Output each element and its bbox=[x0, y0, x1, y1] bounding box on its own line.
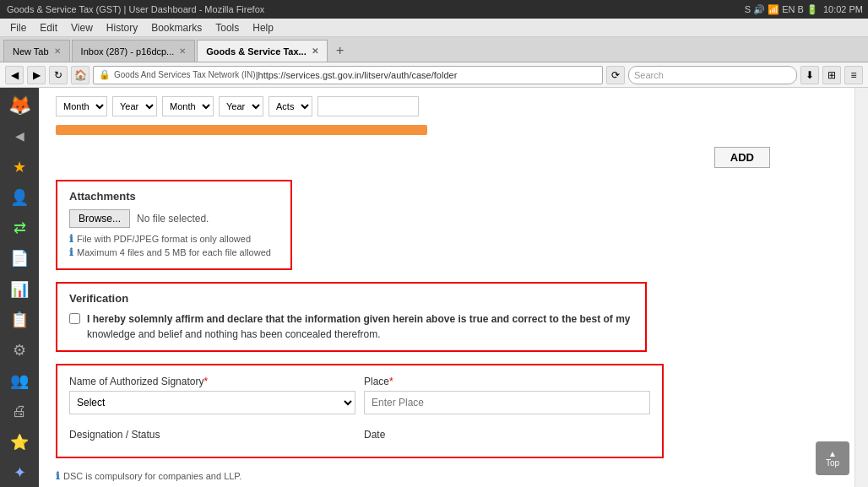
sidebar-table-icon[interactable]: 📊 bbox=[3, 274, 35, 303]
new-tab-button[interactable]: + bbox=[329, 40, 351, 62]
text-input-1[interactable] bbox=[317, 96, 419, 116]
attachments-section: Attachments Browse... No file selected. … bbox=[56, 180, 292, 270]
acts-select[interactable]: Acts bbox=[269, 96, 312, 116]
month2-select[interactable]: Month bbox=[162, 96, 214, 116]
tab-inbox[interactable]: Inbox (287) - p16dcp... ✕ bbox=[72, 40, 196, 62]
sidebar-firefox-icon[interactable]: 🦊 bbox=[3, 91, 35, 120]
signatory-name-select[interactable]: Select bbox=[69, 391, 355, 414]
search-placeholder: Search bbox=[634, 70, 664, 80]
menu-bookmarks[interactable]: Bookmarks bbox=[144, 20, 209, 35]
system-time: 10:02 PM bbox=[823, 4, 863, 14]
progress-bar bbox=[56, 125, 427, 135]
month1-group: Month bbox=[56, 96, 107, 116]
signatory-section: Name of Authorized Signatory* Select Pla… bbox=[56, 364, 664, 458]
month2-group: Month bbox=[162, 96, 214, 116]
month1-select[interactable]: Month bbox=[56, 96, 107, 116]
back-button[interactable]: ◀ bbox=[5, 66, 24, 84]
acts-group: Acts bbox=[269, 96, 312, 116]
name-field-group: Name of Authorized Signatory* Select bbox=[69, 376, 355, 414]
menu-view[interactable]: View bbox=[64, 20, 100, 35]
tab-new-tab[interactable]: New Tab ✕ bbox=[3, 40, 70, 62]
tab-close-gst[interactable]: ✕ bbox=[312, 46, 318, 56]
sidebar-flash-icon[interactable]: ✦ bbox=[3, 458, 35, 487]
url-text: https://services.gst.gov.in/litserv/auth… bbox=[258, 70, 458, 80]
home-button[interactable]: 🏠 bbox=[71, 66, 90, 84]
verification-title: Verification bbox=[69, 292, 633, 305]
filter-row: Month Year Month Year bbox=[56, 96, 838, 116]
sidebar: 🦊 ◀ ★ 👤 ⇄ 📄 📊 📋 ⚙ 👥 🖨 ⭐ ✦ bbox=[0, 88, 39, 487]
menu-tools[interactable]: Tools bbox=[209, 20, 246, 35]
system-tray: S 🔊 📶 EN B 🔋 10:02 PM bbox=[740, 0, 868, 19]
forward-button[interactable]: ▶ bbox=[27, 66, 46, 84]
url-bar[interactable]: 🔒 Goods And Services Tax Network (IN) | … bbox=[93, 66, 603, 84]
menu-history[interactable]: History bbox=[100, 20, 144, 35]
sidebar-doc-icon[interactable]: 📋 bbox=[3, 306, 35, 334]
scroll-to-top-button[interactable]: ▲ Top bbox=[816, 441, 849, 475]
main-content: Month Year Month Year bbox=[39, 88, 854, 487]
address-bar: ◀ ▶ ↻ 🏠 🔒 Goods And Services Tax Network… bbox=[0, 62, 868, 88]
address-bar-icons: ⬇ ⊞ ≡ bbox=[800, 66, 863, 84]
tab-list-icon[interactable]: ⊞ bbox=[822, 66, 841, 84]
designation-field-group: Designation / Status bbox=[69, 423, 355, 446]
sidebar-person-icon[interactable]: 👥 bbox=[3, 366, 35, 395]
tab-close-inbox[interactable]: ✕ bbox=[179, 46, 186, 56]
verification-text: I hereby solemnly affirm and declare tha… bbox=[87, 311, 630, 342]
sidebar-user-icon[interactable]: 👤 bbox=[3, 183, 35, 212]
place-field-group: Place* bbox=[364, 376, 650, 414]
sidebar-bookmark-icon[interactable]: ★ bbox=[3, 152, 35, 181]
download-icon[interactable]: ⬇ bbox=[800, 66, 819, 84]
year2-select[interactable]: Year bbox=[219, 96, 263, 116]
title-bar: Goods & Service Tax (GST) | User Dashboa… bbox=[0, 0, 868, 19]
sidebar-star-icon[interactable]: ⭐ bbox=[3, 428, 35, 457]
info-icon-2: ℹ bbox=[69, 246, 73, 258]
year1-select[interactable]: Year bbox=[112, 96, 157, 116]
no-file-text: No file selected. bbox=[137, 213, 209, 225]
browser-search-box[interactable]: Search bbox=[628, 66, 797, 84]
tab-label: Inbox (287) - p16dcp... bbox=[81, 46, 175, 57]
tab-bar: New Tab ✕ Inbox (287) - p16dcp... ✕ Good… bbox=[0, 37, 868, 62]
menu-file[interactable]: File bbox=[3, 20, 33, 35]
tab-label-active: Goods & Service Tax... bbox=[206, 46, 306, 57]
add-button-row: ADD bbox=[56, 147, 838, 168]
sidebar-settings-icon[interactable]: ⚙ bbox=[3, 336, 35, 365]
menu-edit[interactable]: Edit bbox=[33, 20, 64, 35]
name-required-star: * bbox=[203, 376, 208, 387]
file-format-info: ℹ File with PDF/JPEG format is only allo… bbox=[69, 233, 279, 245]
tab-label: New Tab bbox=[13, 46, 49, 57]
year2-group: Year bbox=[219, 96, 263, 116]
verification-section: Verification I hereby solemnly affirm an… bbox=[56, 282, 647, 352]
reload-icon[interactable]: ⟳ bbox=[606, 66, 625, 84]
title-bar-text: Goods & Service Tax (GST) | User Dashboa… bbox=[7, 4, 861, 14]
year1-group: Year bbox=[112, 96, 157, 116]
attachments-title: Attachments bbox=[69, 190, 279, 203]
form-area: Month Year Month Year bbox=[39, 88, 854, 487]
date-field-group: Date bbox=[364, 423, 650, 446]
scroll-top-label: Top bbox=[826, 458, 839, 468]
place-field-label: Place* bbox=[364, 376, 650, 387]
menu-bar: File Edit View History Bookmarks Tools H… bbox=[0, 19, 868, 37]
place-input[interactable] bbox=[364, 391, 650, 414]
right-scroll-panel bbox=[854, 88, 868, 487]
sidebar-arrow-icon[interactable]: ⇄ bbox=[3, 214, 35, 242]
file-upload-row: Browse... No file selected. bbox=[69, 209, 279, 228]
dsc-info-icon: ℹ bbox=[56, 470, 60, 482]
place-required-star: * bbox=[389, 376, 393, 387]
main-layout: 🦊 ◀ ★ 👤 ⇄ 📄 📊 📋 ⚙ 👥 🖨 ⭐ ✦ Month bbox=[0, 88, 868, 487]
dsc-info: ℹ DSC is compulsory for companies and LL… bbox=[56, 470, 838, 482]
add-button[interactable]: ADD bbox=[714, 147, 770, 168]
sidebar-pdf-icon[interactable]: 📄 bbox=[3, 244, 35, 273]
menu-help[interactable]: Help bbox=[246, 20, 280, 35]
browse-button[interactable]: Browse... bbox=[69, 209, 130, 228]
menu-icon[interactable]: ≡ bbox=[844, 66, 863, 84]
sidebar-print-icon[interactable]: 🖨 bbox=[3, 397, 35, 425]
verification-row: I hereby solemnly affirm and declare tha… bbox=[69, 311, 633, 342]
refresh-button[interactable]: ↻ bbox=[49, 66, 68, 84]
tab-close-new[interactable]: ✕ bbox=[54, 46, 61, 56]
sidebar-back-icon[interactable]: ◀ bbox=[3, 122, 35, 150]
designation-label: Designation / Status bbox=[69, 423, 355, 446]
verification-checkbox[interactable] bbox=[69, 313, 80, 324]
scroll-top-arrow: ▲ bbox=[828, 449, 837, 458]
name-field-label: Name of Authorized Signatory* bbox=[69, 376, 355, 387]
tab-gst[interactable]: Goods & Service Tax... ✕ bbox=[197, 40, 327, 62]
signatory-grid: Name of Authorized Signatory* Select Pla… bbox=[69, 376, 650, 446]
